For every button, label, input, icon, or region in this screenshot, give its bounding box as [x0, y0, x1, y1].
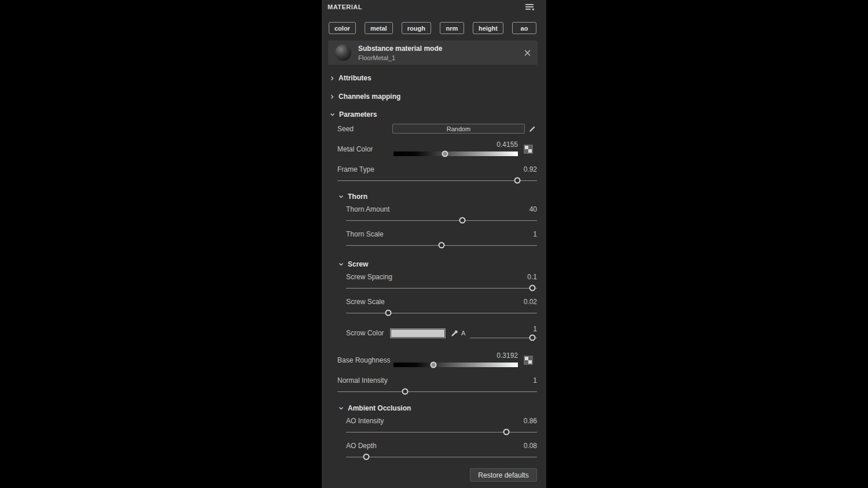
ao-intensity-slider[interactable] — [346, 428, 537, 436]
param-ao-depth: AO Depth 0.08 — [346, 442, 537, 461]
slider-track — [393, 363, 518, 367]
metal-color-value: 0.4155 — [393, 141, 518, 149]
metal-color-slider[interactable] — [393, 150, 518, 157]
section-thorn-label: Thorn — [348, 193, 367, 201]
param-base-roughness: Base Roughness 0.3192 — [337, 352, 533, 368]
frame-type-value: 0.92 — [524, 165, 537, 173]
alpha-label: A — [461, 330, 465, 337]
seed-dropdown[interactable]: Random — [392, 124, 525, 134]
normal-intensity-slider[interactable] — [337, 388, 537, 395]
material-card-subtitle: FloorMetal_1 — [358, 54, 524, 61]
section-ambient-occlusion-label: Ambient Occlusion — [348, 404, 411, 412]
slider-track — [337, 180, 537, 181]
slider-track — [346, 288, 537, 289]
param-thorn-amount: Thorn Amount 40 — [346, 205, 537, 224]
ao-intensity-value: 0.86 — [524, 417, 537, 425]
ao-depth-value: 0.08 — [524, 442, 537, 450]
scrow-color-label: Scrow Color — [346, 329, 390, 337]
ao-depth-label: AO Depth — [346, 442, 377, 450]
frame-type-slider[interactable] — [337, 177, 537, 184]
thorn-amount-value: 40 — [529, 205, 537, 213]
chevron-down-icon — [330, 112, 335, 117]
slider-handle[interactable] — [442, 151, 448, 157]
slider-track — [470, 338, 537, 338]
base-roughness-label: Base Roughness — [337, 356, 393, 364]
screw-spacing-label: Screw Spacing — [346, 273, 392, 281]
panel-title: MATERIAL — [328, 3, 362, 10]
param-normal-intensity: Normal Intensity 1 — [337, 376, 537, 395]
slider-handle[interactable] — [503, 429, 510, 435]
channel-button-color[interactable]: color — [329, 22, 356, 34]
screw-scale-value: 0.02 — [524, 298, 537, 306]
channel-button-ao[interactable]: ao — [512, 22, 536, 34]
section-parameters[interactable]: Parameters — [330, 110, 546, 119]
slider-handle[interactable] — [514, 178, 520, 184]
metal-color-label: Metal Color — [337, 145, 393, 153]
base-roughness-control: 0.3192 — [393, 352, 518, 368]
material-sphere-thumbnail — [335, 45, 351, 61]
section-screw-label: Screw — [348, 260, 368, 268]
seed-label: Seed — [337, 125, 392, 133]
section-attributes-label: Attributes — [339, 74, 372, 82]
screw-spacing-value: 0.1 — [527, 273, 537, 281]
section-ambient-occlusion[interactable]: Ambient Occlusion — [339, 404, 546, 412]
section-thorn[interactable]: Thorn — [339, 193, 546, 201]
eyedropper-icon[interactable] — [451, 330, 458, 337]
slider-track — [393, 151, 518, 156]
channel-button-rough[interactable]: rough — [402, 22, 431, 34]
channel-button-nrm[interactable]: nrm — [440, 22, 464, 34]
slider-track — [346, 313, 537, 313]
texture-checker-icon[interactable] — [524, 145, 533, 154]
thorn-amount-slider[interactable] — [346, 217, 537, 224]
slider-handle[interactable] — [529, 335, 535, 341]
slider-handle[interactable] — [402, 389, 409, 395]
chevron-down-icon — [339, 406, 344, 411]
screw-scale-slider[interactable] — [346, 309, 537, 317]
param-screw-spacing: Screw Spacing 0.1 — [346, 273, 537, 292]
footer: Restore defaults — [470, 468, 537, 482]
slider-handle[interactable] — [385, 310, 391, 316]
menu-icon[interactable] — [524, 3, 535, 11]
thorn-scale-label: Thorn Scale — [346, 230, 384, 238]
param-frame-type: Frame Type 0.92 — [337, 165, 537, 184]
frame-type-label: Frame Type — [337, 165, 374, 173]
thorn-scale-slider[interactable] — [346, 242, 537, 249]
base-roughness-slider[interactable] — [393, 361, 518, 368]
chevron-right-icon — [330, 76, 334, 81]
channel-buttons-row: color metal rough nrm height ao — [329, 22, 536, 34]
slider-handle[interactable] — [459, 217, 466, 224]
slider-handle[interactable] — [529, 285, 535, 291]
normal-intensity-value: 1 — [533, 376, 537, 385]
alpha-slider[interactable] — [470, 334, 537, 341]
channel-button-metal[interactable]: metal — [365, 22, 393, 34]
panel-header: MATERIAL — [328, 3, 535, 11]
material-card-title: Substance material mode — [358, 45, 524, 53]
slider-handle[interactable] — [363, 454, 369, 460]
screw-scale-label: Screw Scale — [346, 298, 385, 306]
param-scrow-color: Scrow Color A 1 — [346, 324, 537, 342]
section-attributes[interactable]: Attributes — [330, 74, 546, 82]
scrow-color-swatch[interactable] — [390, 328, 446, 338]
section-channels-mapping-label: Channels mapping — [339, 93, 400, 101]
close-icon[interactable] — [524, 50, 531, 56]
section-channels-mapping[interactable]: Channels mapping — [330, 93, 546, 101]
texture-checker-icon[interactable] — [524, 356, 533, 365]
normal-intensity-label: Normal Intensity — [337, 376, 388, 385]
ao-depth-slider[interactable] — [346, 453, 537, 461]
param-thorn-scale: Thorn Scale 1 — [346, 230, 537, 249]
slider-track — [337, 391, 537, 392]
channel-button-height[interactable]: height — [473, 22, 503, 34]
param-screw-scale: Screw Scale 0.02 — [346, 298, 537, 317]
pencil-icon[interactable] — [529, 125, 536, 132]
restore-defaults-button[interactable]: Restore defaults — [470, 468, 537, 482]
material-card[interactable]: Substance material mode FloorMetal_1 — [328, 40, 538, 65]
slider-track — [346, 220, 537, 221]
chevron-right-icon — [330, 94, 334, 99]
slider-handle[interactable] — [439, 242, 445, 249]
section-screw[interactable]: Screw — [339, 260, 546, 268]
ao-intensity-label: AO Intensity — [346, 417, 384, 425]
param-metal-color: Metal Color 0.4155 — [337, 141, 533, 157]
screw-spacing-slider[interactable] — [346, 284, 537, 292]
slider-handle[interactable] — [430, 362, 436, 368]
material-panel: MATERIAL color metal rough nrm height ao… — [322, 0, 546, 488]
